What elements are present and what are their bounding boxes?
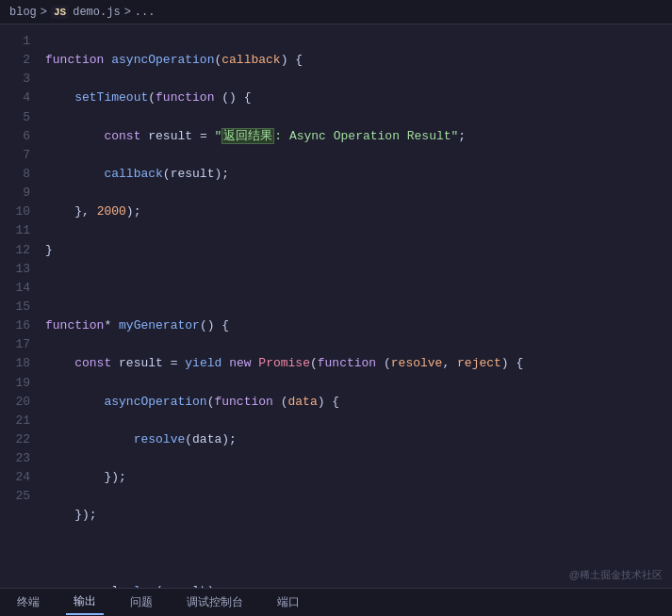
line-numbers: 12345 678910 1112131415 1617181920 21222… xyxy=(0,24,38,588)
tab-output[interactable]: 输出 xyxy=(66,590,104,615)
breadcrumb-filename: demo.js xyxy=(73,6,120,19)
editor-area: 12345 678910 1112131415 1617181920 21222… xyxy=(0,24,672,588)
breadcrumb: blog > JS demo.js > ... xyxy=(0,0,672,24)
breadcrumb-blog: blog xyxy=(9,6,37,19)
js-badge: JS xyxy=(51,6,69,19)
status-bar: 终端 输出 问题 调试控制台 端口 xyxy=(0,588,672,616)
watermark: @稀土掘金技术社区 xyxy=(569,568,663,582)
code-content[interactable]: function asyncOperation(callback) { setT… xyxy=(38,24,672,588)
tab-ports[interactable]: 端口 xyxy=(270,591,307,614)
breadcrumb-dots: ... xyxy=(135,6,156,19)
tab-debug-console[interactable]: 调试控制台 xyxy=(179,591,251,614)
tab-terminal[interactable]: 终端 xyxy=(9,591,47,614)
tab-problems[interactable]: 问题 xyxy=(123,591,160,614)
breadcrumb-sep2: > xyxy=(124,6,131,19)
breadcrumb-sep1: > xyxy=(41,6,47,19)
